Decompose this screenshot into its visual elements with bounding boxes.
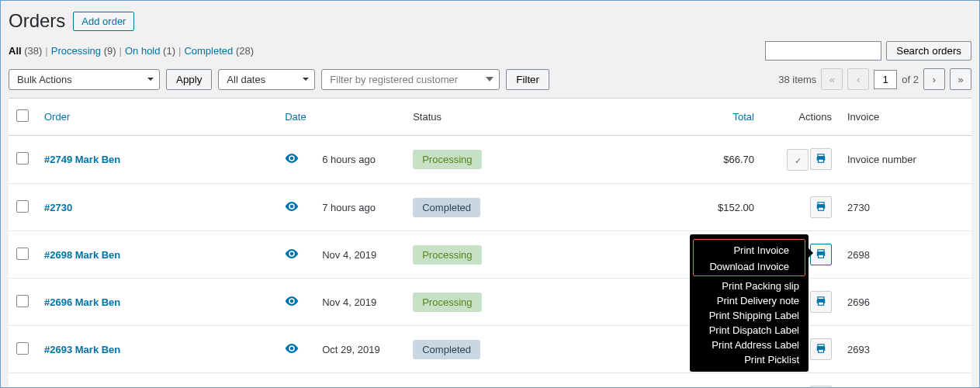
- select-all-checkbox[interactable]: [16, 109, 29, 122]
- svg-rect-14: [819, 302, 824, 305]
- tooltip-item[interactable]: Print Delivery note: [690, 293, 809, 308]
- tooltip-item[interactable]: Download Invoice: [700, 258, 798, 274]
- col-date[interactable]: Date: [277, 99, 405, 136]
- table-row: #2698 Mark BenNov 4, 2019Processing$28.7…: [9, 231, 971, 279]
- svg-point-7: [823, 205, 824, 206]
- order-link[interactable]: #2696 Mark Ben: [44, 296, 120, 308]
- svg-rect-4: [818, 202, 824, 204]
- status-filters: All (38)|Processing (9)|On hold (1)|Comp…: [9, 45, 254, 57]
- col-order[interactable]: Order: [36, 99, 277, 136]
- order-link[interactable]: #2693 Mark Ben: [44, 344, 120, 355]
- table-row: #2693 Mark BenOct 29, 2019Completed$51.7…: [9, 326, 971, 373]
- tooltip-item[interactable]: Print Picklist: [690, 352, 809, 367]
- col-total[interactable]: Total: [625, 99, 762, 136]
- svg-rect-8: [818, 249, 824, 251]
- printer-icon: [816, 248, 826, 262]
- svg-rect-12: [818, 296, 824, 299]
- bulk-actions-select[interactable]: Bulk Actions: [9, 69, 160, 90]
- svg-rect-2: [819, 159, 824, 162]
- page-next-button[interactable]: ›: [923, 68, 945, 90]
- filter-all[interactable]: All (38): [9, 45, 42, 57]
- status-badge: Processing: [413, 293, 481, 312]
- invoice-number: 2696: [840, 279, 971, 326]
- add-order-button[interactable]: Add order: [73, 12, 134, 31]
- order-link[interactable]: #2730: [44, 202, 72, 213]
- printer-icon: [816, 201, 826, 214]
- filter-completed[interactable]: Completed (28): [184, 45, 254, 57]
- order-total: $66.70: [625, 136, 762, 184]
- filter-button[interactable]: Filter: [506, 69, 549, 90]
- print-button[interactable]: [810, 196, 832, 218]
- invoice-number: 2693: [840, 326, 971, 373]
- svg-rect-10: [819, 255, 824, 258]
- table-row: #2687 Mark BenOct 17, 2019Processing$18.…: [9, 373, 971, 389]
- page-first-button[interactable]: «: [821, 68, 843, 90]
- order-link[interactable]: #2698 Mark Ben: [44, 249, 120, 261]
- col-status: Status: [405, 99, 625, 136]
- printer-icon: [816, 343, 826, 356]
- filter-on-hold[interactable]: On hold (1): [125, 45, 175, 57]
- tooltip-item[interactable]: Print Packing slip: [690, 279, 809, 293]
- apply-button[interactable]: Apply: [166, 69, 212, 90]
- check-icon: [795, 154, 802, 166]
- tooltip-item[interactable]: Print Invoice: [700, 241, 798, 258]
- page-last-button[interactable]: »: [950, 68, 971, 90]
- row-checkbox[interactable]: [16, 248, 29, 260]
- complete-order-button[interactable]: [787, 149, 809, 171]
- preview-icon[interactable]: [285, 202, 299, 213]
- search-input[interactable]: [765, 41, 881, 61]
- invoice-number: 2698: [840, 231, 971, 279]
- date-filter-select[interactable]: All dates: [218, 69, 315, 90]
- invoice-number: 100026872019: [840, 373, 971, 389]
- order-date: Nov 4, 2019: [322, 249, 376, 261]
- filter-processing[interactable]: Processing (9): [51, 45, 116, 57]
- print-button[interactable]: [810, 291, 832, 313]
- order-date: 7 hours ago: [322, 202, 376, 213]
- preview-icon[interactable]: [285, 154, 299, 165]
- order-total: $152.00: [625, 184, 762, 231]
- row-checkbox[interactable]: [16, 152, 29, 165]
- invoice-number: 2730: [840, 184, 971, 231]
- status-badge: Completed: [413, 340, 480, 359]
- order-date: Oct 29, 2019: [322, 344, 379, 355]
- svg-point-3: [823, 157, 824, 158]
- page-prev-button[interactable]: ‹: [847, 68, 869, 90]
- svg-point-19: [823, 347, 824, 348]
- printer-icon: [816, 296, 826, 309]
- row-checkbox[interactable]: [16, 295, 29, 307]
- order-total: $18.00: [625, 373, 762, 389]
- print-button[interactable]: [810, 148, 832, 170]
- tooltip-item[interactable]: Print Shipping Label: [690, 308, 809, 323]
- printer-icon: [816, 153, 826, 166]
- order-date: Nov 4, 2019: [322, 296, 376, 308]
- col-invoice: Invoice: [840, 99, 971, 136]
- table-row: #2696 Mark BenNov 4, 2019Processing$18.4…: [9, 279, 971, 326]
- search-orders-button[interactable]: Search orders: [886, 41, 971, 61]
- svg-point-11: [823, 252, 824, 253]
- tooltip-item[interactable]: Print Dispatch Label: [690, 323, 809, 338]
- page-current-input[interactable]: [874, 70, 897, 89]
- order-date: 6 hours ago: [322, 154, 376, 165]
- status-badge: Completed: [413, 198, 480, 217]
- svg-point-15: [823, 300, 824, 300]
- preview-icon[interactable]: [285, 296, 299, 308]
- table-row: #27307 hours agoCompleted$152.002730: [9, 184, 971, 231]
- svg-rect-0: [818, 154, 824, 156]
- preview-icon[interactable]: [285, 344, 299, 355]
- order-link[interactable]: #2749 Mark Ben: [44, 154, 120, 165]
- page-title: Orders: [9, 10, 65, 32]
- item-count-label: 38 items: [778, 74, 816, 85]
- print-menu-tooltip: Print InvoiceDownload InvoicePrint Packi…: [690, 234, 809, 372]
- svg-rect-18: [819, 349, 824, 352]
- col-actions: Actions: [762, 99, 840, 136]
- row-checkbox[interactable]: [16, 342, 29, 355]
- print-button[interactable]: [810, 338, 832, 360]
- tooltip-item[interactable]: Print Address Label: [690, 338, 809, 352]
- invoice-number: Invoice number: [840, 136, 971, 184]
- svg-rect-6: [819, 207, 824, 210]
- status-badge: Processing: [413, 150, 481, 169]
- print-button[interactable]: [810, 244, 832, 265]
- customer-filter-select[interactable]: Filter by registered customer: [321, 69, 500, 90]
- preview-icon[interactable]: [285, 249, 299, 261]
- row-checkbox[interactable]: [16, 200, 29, 213]
